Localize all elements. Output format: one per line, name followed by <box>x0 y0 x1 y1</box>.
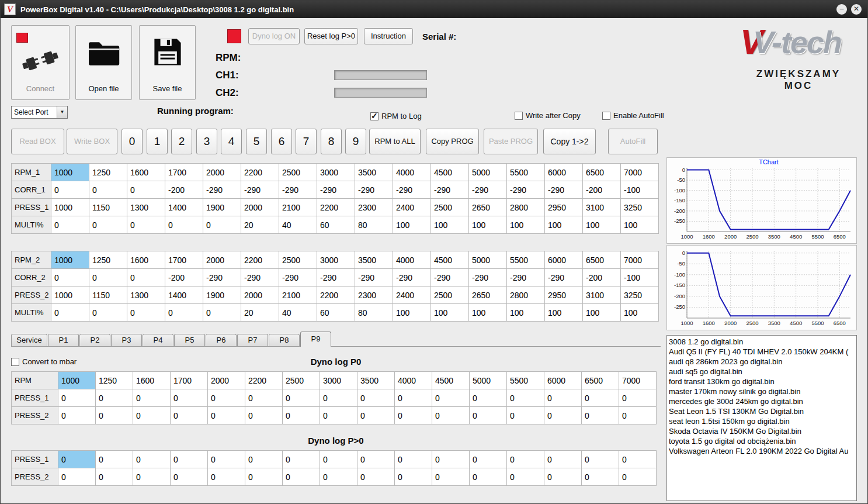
digit-button-5[interactable]: 5 <box>246 129 267 154</box>
grid-cell[interactable]: 0 <box>582 451 619 468</box>
grid-cell[interactable]: 60 <box>317 304 355 322</box>
grid-cell[interactable]: 100 <box>621 216 659 234</box>
grid-cell[interactable]: 0 <box>619 407 657 424</box>
tab-p6[interactable]: P6 <box>206 334 237 346</box>
dropdown-arrow-icon[interactable]: ▼ <box>57 106 67 118</box>
grid-cell[interactable]: 0 <box>208 468 245 486</box>
grid-cell[interactable]: 0 <box>51 181 89 199</box>
grid-cell[interactable]: 0 <box>208 389 245 407</box>
grid-cell[interactable]: 2500 <box>279 164 317 181</box>
grid-cell[interactable]: 1400 <box>165 199 203 216</box>
grid-cell[interactable]: 0 <box>432 407 470 424</box>
grid-cell[interactable]: 2800 <box>507 286 545 304</box>
grid-cell[interactable]: 0 <box>357 468 395 486</box>
grid-cell[interactable]: 100 <box>431 304 469 322</box>
grid-cell[interactable]: 1400 <box>165 286 203 304</box>
digit-button-9[interactable]: 9 <box>345 129 366 154</box>
grid-cell[interactable]: 1600 <box>133 372 171 389</box>
grid-cell[interactable]: 2500 <box>279 251 317 269</box>
file-list-item[interactable]: toyota 1.5 go digital od obciążenia.bin <box>667 436 856 446</box>
grid-cell[interactable]: 0 <box>320 451 357 468</box>
grid-cell[interactable]: -290 <box>545 269 583 286</box>
grid-cell[interactable]: 6000 <box>545 251 583 269</box>
file-list-item[interactable]: audi q8 286km 2023 go digital.bin <box>667 357 856 367</box>
grid-cell[interactable]: -290 <box>203 181 241 199</box>
grid-cell[interactable]: 100 <box>545 304 583 322</box>
grid-cell[interactable]: 6000 <box>544 372 582 389</box>
grid-cell[interactable]: -290 <box>279 269 317 286</box>
file-list-item[interactable]: master 170km nowy silnik go digital.bin <box>667 386 856 396</box>
grid-cell[interactable]: 20 <box>241 216 279 234</box>
grid-cell[interactable]: -290 <box>507 269 545 286</box>
grid-cell[interactable]: 2650 <box>469 286 507 304</box>
grid-cell[interactable]: 3500 <box>355 251 393 269</box>
grid-cell[interactable]: 7000 <box>621 164 659 181</box>
grid-cell[interactable]: 0 <box>245 407 283 424</box>
grid-cell[interactable]: 2000 <box>203 251 241 269</box>
grid-cell[interactable]: 0 <box>51 269 89 286</box>
grid-cell[interactable]: 0 <box>96 468 133 486</box>
grid-cell[interactable]: 1000 <box>51 286 89 304</box>
grid-cell[interactable]: -290 <box>241 181 279 199</box>
grid-cell[interactable]: 0 <box>51 216 89 234</box>
grid-cell[interactable]: 0 <box>171 407 208 424</box>
grid-cell[interactable]: 0 <box>203 304 241 322</box>
grid-cell[interactable]: 0 <box>432 468 470 486</box>
grid-cell[interactable]: 1900 <box>203 199 241 216</box>
grid-cell[interactable]: 0 <box>58 468 96 486</box>
grid-cell[interactable]: 1150 <box>89 199 127 216</box>
grid-cell[interactable]: 5500 <box>507 372 544 389</box>
grid-cell[interactable]: -290 <box>545 181 583 199</box>
grid-cell[interactable]: 5000 <box>469 251 507 269</box>
grid-cell[interactable]: 0 <box>320 468 357 486</box>
grid-cell[interactable]: 0 <box>89 216 127 234</box>
grid-cell[interactable]: 7000 <box>621 251 659 269</box>
grid-cell[interactable]: 6500 <box>583 251 621 269</box>
grid-cell[interactable]: -290 <box>393 181 431 199</box>
grid-cell[interactable]: 3250 <box>621 286 659 304</box>
file-list-item[interactable]: seat leon 1.5tsi 150km go digital.bin <box>667 416 856 426</box>
enable-autofill-checkbox[interactable]: Enable AutoFill <box>602 111 664 120</box>
tab-p4[interactable]: P4 <box>143 334 173 346</box>
grid-cell[interactable]: 0 <box>208 451 245 468</box>
grid-cell[interactable]: 100 <box>393 216 431 234</box>
digit-button-7[interactable]: 7 <box>296 129 317 154</box>
grid-cell[interactable]: -200 <box>583 181 621 199</box>
tab-p8[interactable]: P8 <box>269 334 300 346</box>
grid-cell[interactable]: 80 <box>355 216 393 234</box>
grid-cell[interactable]: 0 <box>127 269 165 286</box>
grid-cell[interactable]: 0 <box>245 389 283 407</box>
grid-cell[interactable]: 5500 <box>507 164 545 181</box>
grid-cell[interactable]: 0 <box>544 451 582 468</box>
grid-cell[interactable]: 2200 <box>241 251 279 269</box>
grid-cell[interactable]: 0 <box>171 389 208 407</box>
grid-cell[interactable]: 1600 <box>127 164 165 181</box>
grid-cell[interactable]: 2950 <box>545 286 583 304</box>
grid-cell[interactable]: 2200 <box>241 164 279 181</box>
grid-cell[interactable]: 6500 <box>583 164 621 181</box>
grid-cell[interactable]: 0 <box>203 216 241 234</box>
grid-cell[interactable]: 3250 <box>621 199 659 216</box>
file-list-item[interactable]: Volkswagen Arteon FL 2.0 190KM 2022 Go D… <box>667 446 856 456</box>
grid-cell[interactable]: 20 <box>241 304 279 322</box>
grid-cell[interactable]: 2000 <box>208 372 245 389</box>
grid-cell[interactable]: 5000 <box>470 372 507 389</box>
save-file-button[interactable]: Save file <box>139 25 196 100</box>
grid-cell[interactable]: 100 <box>507 216 545 234</box>
grid-cell[interactable]: -290 <box>507 181 545 199</box>
file-list-item[interactable]: ford transit 130km go digital.bin <box>667 377 856 386</box>
reset-log-button[interactable]: Reset log P>0 <box>304 28 358 44</box>
file-list-item[interactable]: Seat Leon 1.5 TSI 130KM Go Digital.bin <box>667 406 856 416</box>
grid-cell[interactable]: 0 <box>165 216 203 234</box>
grid-cell[interactable]: 3100 <box>583 199 621 216</box>
grid-cell[interactable]: 3000 <box>317 164 355 181</box>
grid-cell[interactable]: 0 <box>470 407 507 424</box>
grid-cell[interactable]: 3000 <box>320 372 357 389</box>
grid-cell[interactable]: -290 <box>355 181 393 199</box>
grid-cell[interactable]: 100 <box>469 304 507 322</box>
grid-cell[interactable]: 4500 <box>432 372 470 389</box>
grid-cell[interactable]: 0 <box>470 451 507 468</box>
checkbox-icon[interactable] <box>602 112 610 120</box>
grid-cell[interactable]: 0 <box>58 389 96 407</box>
grid-cell[interactable]: 100 <box>545 216 583 234</box>
